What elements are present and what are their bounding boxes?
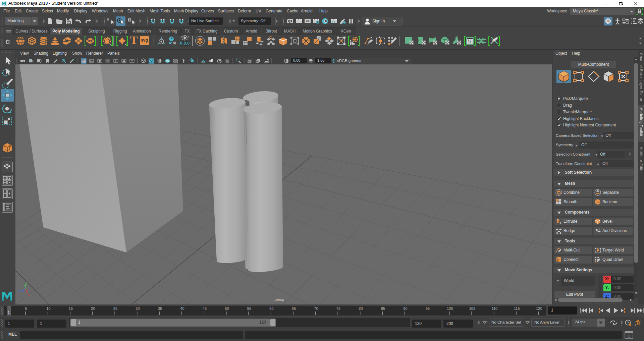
svg-text:T: T bbox=[131, 60, 133, 63]
svg-text:115: 115 bbox=[514, 306, 520, 310]
svg-text:persp: persp bbox=[275, 297, 284, 301]
svg-text:70: 70 bbox=[314, 306, 318, 310]
svg-text:z: z bbox=[18, 289, 19, 293]
svg-text:90: 90 bbox=[403, 306, 407, 310]
svg-text:65: 65 bbox=[292, 306, 296, 310]
svg-text:80: 80 bbox=[359, 306, 363, 310]
svg-text:0,0,0: 0,0,0 bbox=[180, 41, 190, 46]
svg-text:{;}: {;} bbox=[628, 334, 631, 338]
svg-text:95: 95 bbox=[426, 306, 430, 310]
svg-text:25: 25 bbox=[113, 306, 117, 310]
svg-text:50: 50 bbox=[225, 306, 229, 310]
svg-text:40: 40 bbox=[180, 306, 184, 310]
svg-text:20: 20 bbox=[91, 306, 95, 310]
svg-text:IPR: IPR bbox=[306, 20, 310, 22]
svg-text:85: 85 bbox=[381, 306, 385, 310]
svg-text:10: 10 bbox=[46, 306, 50, 310]
svg-text:55: 55 bbox=[247, 306, 251, 310]
svg-text:110: 110 bbox=[492, 306, 498, 310]
svg-text:MAYA: MAYA bbox=[4, 5, 7, 7]
svg-text:15: 15 bbox=[69, 306, 73, 310]
svg-text:x: x bbox=[28, 293, 30, 296]
svg-text:75: 75 bbox=[336, 306, 340, 310]
svg-text:100: 100 bbox=[447, 306, 453, 310]
svg-text:120: 120 bbox=[536, 306, 542, 310]
svg-text:105: 105 bbox=[469, 306, 475, 310]
svg-text:45: 45 bbox=[203, 306, 207, 310]
svg-text:60: 60 bbox=[269, 306, 273, 310]
svg-text:y: y bbox=[26, 281, 28, 284]
svg-text:5: 5 bbox=[25, 306, 27, 310]
svg-text:35: 35 bbox=[158, 306, 162, 310]
svg-text:30: 30 bbox=[136, 306, 140, 310]
